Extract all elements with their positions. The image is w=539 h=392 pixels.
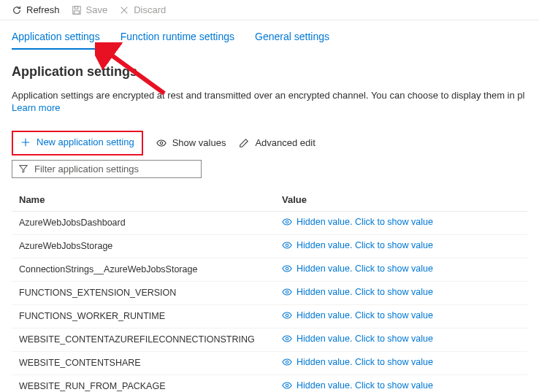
tab-application-settings[interactable]: Application settings: [12, 31, 100, 50]
hidden-value-text: Hidden value. Click to show value: [297, 240, 433, 250]
discard-label: Discard: [134, 4, 166, 15]
svg-point-7: [286, 244, 288, 247]
column-header-name: Name: [19, 194, 282, 205]
svg-point-11: [286, 337, 288, 340]
discard-icon: [119, 5, 129, 15]
setting-name: WEBSITE_CONTENTAZUREFILECONNECTIONSTRING: [19, 334, 282, 345]
table-row: AzureWebJobsDashboardHidden value. Click…: [12, 212, 527, 235]
show-value-link[interactable]: Hidden value. Click to show value: [282, 217, 433, 227]
edit-icon: [239, 138, 249, 148]
setting-name: FUNCTIONS_WORKER_RUNTIME: [19, 311, 282, 321]
discard-button: Discard: [119, 4, 166, 15]
setting-value-cell: Hidden value. Click to show value: [282, 217, 520, 229]
eye-icon: [282, 287, 292, 297]
setting-name: AzureWebJobsStorage: [19, 241, 282, 251]
save-icon: [72, 5, 82, 15]
svg-point-5: [160, 142, 163, 145]
hidden-value-text: Hidden value. Click to show value: [297, 217, 433, 227]
save-button: Save: [72, 4, 108, 15]
refresh-label: Refresh: [26, 4, 60, 15]
setting-name: FUNCTIONS_EXTENSION_VERSION: [19, 288, 282, 298]
show-values-button[interactable]: Show values: [156, 137, 226, 148]
eye-icon: [156, 138, 167, 148]
svg-point-6: [286, 220, 288, 223]
show-value-link[interactable]: Hidden value. Click to show value: [282, 264, 433, 274]
setting-value-cell: Hidden value. Click to show value: [282, 264, 520, 276]
svg-point-9: [286, 291, 288, 293]
table-row: WEBSITE_CONTENTAZUREFILECONNECTIONSTRING…: [12, 328, 527, 352]
refresh-button[interactable]: Refresh: [12, 4, 60, 15]
page-title: Application settings: [12, 64, 527, 80]
table-row: FUNCTIONS_EXTENSION_VERSIONHidden value.…: [12, 282, 527, 305]
new-setting-label: New application setting: [37, 137, 134, 147]
annotation-highlight-box: New application setting: [12, 131, 143, 155]
svg-point-10: [286, 314, 288, 317]
hidden-value-text: Hidden value. Click to show value: [297, 310, 433, 320]
eye-icon: [282, 217, 292, 227]
table-row: FUNCTIONS_WORKER_RUNTIMEHidden value. Cl…: [12, 305, 527, 328]
hidden-value-text: Hidden value. Click to show value: [297, 287, 433, 297]
eye-icon: [282, 310, 292, 320]
page-description: Application settings are encrypted at re…: [12, 90, 527, 101]
svg-point-13: [286, 384, 288, 387]
new-application-setting-button[interactable]: New application setting: [20, 137, 134, 147]
eye-icon: [282, 264, 292, 274]
filter-input[interactable]: Filter application settings: [12, 160, 202, 178]
table-row: WEBSITE_RUN_FROM_PACKAGEHidden value. Cl…: [12, 375, 527, 393]
setting-value-cell: Hidden value. Click to show value: [282, 357, 520, 369]
setting-value-cell: Hidden value. Click to show value: [282, 380, 520, 393]
hidden-value-text: Hidden value. Click to show value: [297, 380, 433, 391]
tab-bar: Application settings Function runtime se…: [0, 20, 539, 50]
eye-icon: [282, 357, 292, 367]
show-value-link[interactable]: Hidden value. Click to show value: [282, 357, 433, 367]
hidden-value-text: Hidden value. Click to show value: [297, 357, 433, 367]
svg-point-12: [286, 361, 288, 364]
eye-icon: [282, 380, 292, 391]
settings-table: Name Value AzureWebJobsDashboardHidden v…: [12, 188, 527, 393]
show-value-link[interactable]: Hidden value. Click to show value: [282, 310, 433, 320]
svg-rect-1: [74, 6, 77, 9]
column-header-value: Value: [282, 194, 520, 205]
svg-point-8: [286, 267, 288, 270]
advanced-edit-label: Advanced edit: [255, 137, 315, 148]
table-row: WEBSITE_CONTENTSHAREHidden value. Click …: [12, 352, 527, 375]
command-bar: Refresh Save Discard: [0, 0, 539, 20]
table-header: Name Value: [12, 188, 527, 212]
setting-value-cell: Hidden value. Click to show value: [282, 287, 520, 299]
setting-name: AzureWebJobsDashboard: [19, 218, 282, 228]
setting-name: ConnectionStrings__AzureWebJobsStorage: [19, 264, 282, 274]
tab-general-settings[interactable]: General settings: [255, 31, 329, 50]
svg-rect-2: [74, 10, 79, 13]
eye-icon: [282, 334, 292, 344]
eye-icon: [282, 240, 292, 250]
show-value-link[interactable]: Hidden value. Click to show value: [282, 334, 433, 344]
show-value-link[interactable]: Hidden value. Click to show value: [282, 240, 433, 250]
table-row: ConnectionStrings__AzureWebJobsStorageHi…: [12, 258, 527, 282]
actions-row: New application setting Show values Adva…: [12, 131, 527, 155]
show-value-link[interactable]: Hidden value. Click to show value: [282, 287, 433, 297]
content-area: Application settings Application setting…: [0, 50, 539, 392]
hidden-value-text: Hidden value. Click to show value: [297, 334, 433, 344]
tab-function-runtime-settings[interactable]: Function runtime settings: [121, 31, 234, 50]
filter-icon: [18, 164, 28, 174]
plus-icon: [20, 137, 31, 147]
show-values-label: Show values: [172, 137, 226, 148]
learn-more-link[interactable]: Learn more: [12, 102, 527, 113]
show-value-link[interactable]: Hidden value. Click to show value: [282, 380, 433, 391]
setting-value-cell: Hidden value. Click to show value: [282, 310, 520, 323]
refresh-icon: [12, 5, 22, 15]
advanced-edit-button[interactable]: Advanced edit: [239, 137, 315, 148]
save-label: Save: [86, 4, 108, 15]
setting-name: WEBSITE_RUN_FROM_PACKAGE: [19, 381, 282, 391]
table-row: AzureWebJobsStorageHidden value. Click t…: [12, 235, 527, 258]
setting-value-cell: Hidden value. Click to show value: [282, 240, 520, 253]
setting-name: WEBSITE_CONTENTSHARE: [19, 358, 282, 368]
filter-placeholder: Filter application settings: [34, 164, 139, 174]
setting-value-cell: Hidden value. Click to show value: [282, 334, 520, 346]
hidden-value-text: Hidden value. Click to show value: [297, 264, 433, 274]
